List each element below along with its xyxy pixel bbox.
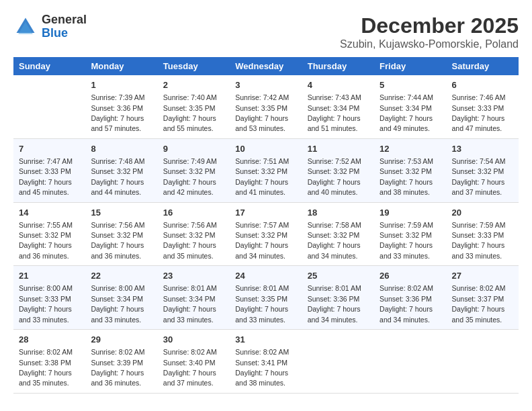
- page-header: General Blue December 2025 Szubin, Kujaw…: [13, 13, 519, 50]
- cell-sunrise: Sunrise: 7:43 AMSunset: 3:34 PMDaylight:…: [308, 93, 361, 132]
- calendar-cell: 15Sunrise: 7:56 AMSunset: 3:32 PMDayligh…: [85, 202, 157, 266]
- calendar-cell: 2Sunrise: 7:40 AMSunset: 3:35 PMDaylight…: [158, 75, 230, 138]
- day-number: 19: [380, 207, 441, 219]
- day-number: 20: [452, 207, 513, 219]
- cell-sunrise: Sunrise: 8:01 AMSunset: 3:35 PMDaylight:…: [235, 284, 289, 323]
- title-block: December 2025 Szubin, Kujawsko-Pomorskie…: [340, 13, 519, 50]
- day-number: 17: [235, 207, 296, 219]
- day-number: 11: [308, 143, 369, 155]
- calendar-cell: [447, 330, 519, 394]
- day-number: 21: [19, 270, 80, 282]
- logo-text: General Blue: [42, 13, 87, 40]
- calendar-cell: 3Sunrise: 7:42 AMSunset: 3:35 PMDaylight…: [230, 75, 302, 138]
- day-number: 18: [308, 207, 369, 219]
- logo-general-text: General: [42, 13, 87, 26]
- cell-sunrise: Sunrise: 8:02 AMSunset: 3:38 PMDaylight:…: [19, 348, 73, 387]
- calendar-cell: 4Sunrise: 7:43 AMSunset: 3:34 PMDaylight…: [302, 75, 374, 138]
- cell-sunrise: Sunrise: 7:40 AMSunset: 3:35 PMDaylight:…: [163, 93, 217, 132]
- logo-blue-text: Blue: [42, 26, 68, 40]
- calendar-header-row: SundayMondayTuesdayWednesdayThursdayFrid…: [13, 57, 519, 75]
- cell-sunrise: Sunrise: 7:44 AMSunset: 3:34 PMDaylight:…: [380, 93, 433, 132]
- logo-icon: [13, 15, 38, 39]
- calendar-cell: 11Sunrise: 7:52 AMSunset: 3:32 PMDayligh…: [302, 138, 374, 202]
- day-number: 24: [235, 270, 296, 282]
- day-number: 31: [235, 334, 296, 346]
- day-number: 3: [235, 79, 296, 91]
- day-number: 23: [163, 270, 224, 282]
- day-number: 1: [91, 79, 152, 91]
- weekday-header: Friday: [374, 57, 446, 75]
- calendar-cell: 23Sunrise: 8:01 AMSunset: 3:34 PMDayligh…: [158, 266, 230, 330]
- cell-sunrise: Sunrise: 7:57 AMSunset: 3:32 PMDaylight:…: [235, 221, 289, 260]
- day-number: 4: [308, 79, 369, 91]
- day-number: 16: [163, 207, 224, 219]
- day-number: 5: [380, 79, 441, 91]
- day-number: 29: [91, 334, 152, 346]
- cell-sunrise: Sunrise: 7:48 AMSunset: 3:32 PMDaylight:…: [91, 157, 144, 196]
- cell-sunrise: Sunrise: 8:01 AMSunset: 3:36 PMDaylight:…: [308, 284, 361, 323]
- weekday-header: Thursday: [302, 57, 374, 75]
- month-title: December 2025: [340, 13, 519, 38]
- cell-sunrise: Sunrise: 8:02 AMSunset: 3:39 PMDaylight:…: [91, 348, 144, 387]
- cell-sunrise: Sunrise: 8:02 AMSunset: 3:41 PMDaylight:…: [235, 348, 289, 387]
- calendar-cell: 28Sunrise: 8:02 AMSunset: 3:38 PMDayligh…: [13, 330, 85, 394]
- day-number: 26: [380, 270, 441, 282]
- cell-sunrise: Sunrise: 7:49 AMSunset: 3:32 PMDaylight:…: [163, 157, 217, 196]
- cell-sunrise: Sunrise: 8:02 AMSunset: 3:36 PMDaylight:…: [380, 284, 433, 323]
- cell-sunrise: Sunrise: 7:51 AMSunset: 3:32 PMDaylight:…: [235, 157, 289, 196]
- cell-sunrise: Sunrise: 8:01 AMSunset: 3:34 PMDaylight:…: [163, 284, 217, 323]
- calendar-cell: [302, 330, 374, 394]
- calendar-table: SundayMondayTuesdayWednesdayThursdayFrid…: [13, 57, 519, 394]
- calendar-cell: 30Sunrise: 8:02 AMSunset: 3:40 PMDayligh…: [158, 330, 230, 394]
- cell-sunrise: Sunrise: 7:56 AMSunset: 3:32 PMDaylight:…: [91, 221, 144, 260]
- calendar-cell: 27Sunrise: 8:02 AMSunset: 3:37 PMDayligh…: [447, 266, 519, 330]
- cell-sunrise: Sunrise: 7:47 AMSunset: 3:33 PMDaylight:…: [19, 157, 73, 196]
- calendar-cell: 8Sunrise: 7:48 AMSunset: 3:32 PMDaylight…: [85, 138, 157, 202]
- cell-sunrise: Sunrise: 7:55 AMSunset: 3:32 PMDaylight:…: [19, 221, 73, 260]
- day-number: 13: [452, 143, 513, 155]
- calendar-cell: 9Sunrise: 7:49 AMSunset: 3:32 PMDaylight…: [158, 138, 230, 202]
- calendar-cell: 20Sunrise: 7:59 AMSunset: 3:33 PMDayligh…: [447, 202, 519, 266]
- cell-sunrise: Sunrise: 7:59 AMSunset: 3:33 PMDaylight:…: [452, 221, 506, 260]
- calendar-cell: 16Sunrise: 7:56 AMSunset: 3:32 PMDayligh…: [158, 202, 230, 266]
- day-number: 6: [452, 79, 513, 91]
- calendar-cell: 31Sunrise: 8:02 AMSunset: 3:41 PMDayligh…: [230, 330, 302, 394]
- day-number: 30: [163, 334, 224, 346]
- cell-sunrise: Sunrise: 8:02 AMSunset: 3:40 PMDaylight:…: [163, 348, 217, 387]
- cell-sunrise: Sunrise: 7:58 AMSunset: 3:32 PMDaylight:…: [308, 221, 361, 260]
- day-number: 27: [452, 270, 513, 282]
- calendar-cell: 22Sunrise: 8:00 AMSunset: 3:34 PMDayligh…: [85, 266, 157, 330]
- calendar-cell: 29Sunrise: 8:02 AMSunset: 3:39 PMDayligh…: [85, 330, 157, 394]
- weekday-header: Tuesday: [158, 57, 230, 75]
- calendar-week-row: 21Sunrise: 8:00 AMSunset: 3:33 PMDayligh…: [13, 266, 519, 330]
- weekday-header: Monday: [85, 57, 157, 75]
- calendar-cell: 5Sunrise: 7:44 AMSunset: 3:34 PMDaylight…: [374, 75, 446, 138]
- cell-sunrise: Sunrise: 7:42 AMSunset: 3:35 PMDaylight:…: [235, 93, 289, 132]
- cell-sunrise: Sunrise: 8:02 AMSunset: 3:37 PMDaylight:…: [452, 284, 506, 323]
- cell-sunrise: Sunrise: 7:53 AMSunset: 3:32 PMDaylight:…: [380, 157, 433, 196]
- logo: General Blue: [13, 13, 87, 40]
- day-number: 2: [163, 79, 224, 91]
- calendar-week-row: 1Sunrise: 7:39 AMSunset: 3:36 PMDaylight…: [13, 75, 519, 138]
- calendar-cell: 6Sunrise: 7:46 AMSunset: 3:33 PMDaylight…: [447, 75, 519, 138]
- day-number: 25: [308, 270, 369, 282]
- calendar-cell: [374, 330, 446, 394]
- day-number: 14: [19, 207, 80, 219]
- day-number: 12: [380, 143, 441, 155]
- calendar-cell: 7Sunrise: 7:47 AMSunset: 3:33 PMDaylight…: [13, 138, 85, 202]
- weekday-header: Wednesday: [230, 57, 302, 75]
- day-number: 22: [91, 270, 152, 282]
- calendar-cell: 17Sunrise: 7:57 AMSunset: 3:32 PMDayligh…: [230, 202, 302, 266]
- cell-sunrise: Sunrise: 7:56 AMSunset: 3:32 PMDaylight:…: [163, 221, 217, 260]
- calendar-cell: 10Sunrise: 7:51 AMSunset: 3:32 PMDayligh…: [230, 138, 302, 202]
- calendar-cell: 14Sunrise: 7:55 AMSunset: 3:32 PMDayligh…: [13, 202, 85, 266]
- day-number: 28: [19, 334, 80, 346]
- cell-sunrise: Sunrise: 7:52 AMSunset: 3:32 PMDaylight:…: [308, 157, 361, 196]
- day-number: 7: [19, 143, 80, 155]
- cell-sunrise: Sunrise: 7:59 AMSunset: 3:32 PMDaylight:…: [380, 221, 433, 260]
- calendar-cell: 24Sunrise: 8:01 AMSunset: 3:35 PMDayligh…: [230, 266, 302, 330]
- calendar-week-row: 7Sunrise: 7:47 AMSunset: 3:33 PMDaylight…: [13, 138, 519, 202]
- calendar-cell: 1Sunrise: 7:39 AMSunset: 3:36 PMDaylight…: [85, 75, 157, 138]
- calendar-cell: 13Sunrise: 7:54 AMSunset: 3:32 PMDayligh…: [447, 138, 519, 202]
- day-number: 8: [91, 143, 152, 155]
